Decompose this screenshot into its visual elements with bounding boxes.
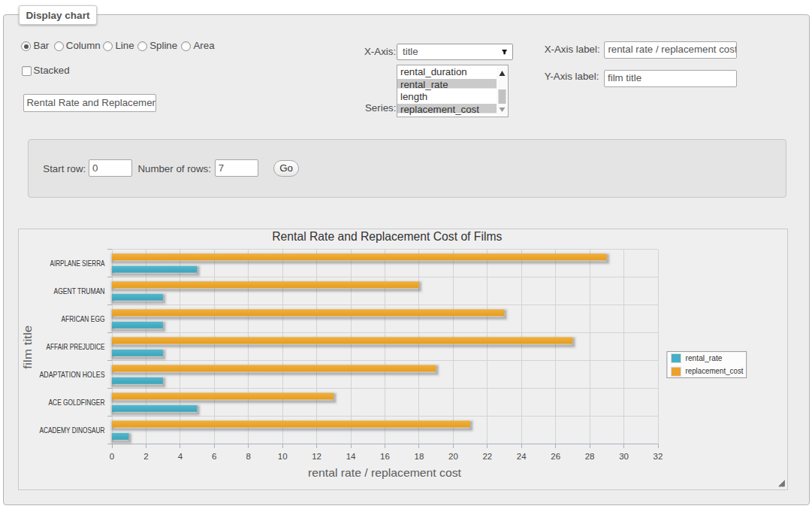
svg-text:0: 0	[110, 451, 114, 460]
svg-text:rental rate / replacement cost: rental rate / replacement cost	[308, 466, 461, 478]
svg-text:4: 4	[178, 451, 183, 460]
svg-text:10: 10	[278, 451, 288, 460]
svg-text:8: 8	[246, 451, 251, 460]
svg-text:6: 6	[212, 451, 216, 460]
svg-text:24: 24	[517, 451, 527, 460]
svg-text:replacement_cost: replacement_cost	[686, 366, 744, 375]
svg-text:32: 32	[654, 451, 663, 460]
svg-text:16: 16	[380, 451, 390, 460]
svg-text:Rental Rate and Replacement Co: Rental Rate and Replacement Cost of Film…	[272, 229, 502, 243]
svg-text:rental_rate: rental_rate	[686, 353, 723, 362]
svg-text:AFFAIR PREJUDICE: AFFAIR PREJUDICE	[47, 341, 105, 350]
svg-text:30: 30	[619, 451, 629, 460]
svg-text:22: 22	[483, 451, 493, 460]
svg-text:AGENT TRUMAN: AGENT TRUMAN	[54, 286, 105, 295]
svg-text:AIRPLANE SIERRA: AIRPLANE SIERRA	[50, 258, 105, 267]
svg-text:28: 28	[585, 451, 595, 460]
svg-text:ACE GOLDFINGER: ACE GOLDFINGER	[49, 397, 105, 406]
svg-text:2: 2	[143, 451, 148, 460]
svg-text:12: 12	[312, 451, 321, 460]
svg-text:ADAPTATION HOLES: ADAPTATION HOLES	[40, 369, 105, 378]
svg-text:18: 18	[415, 451, 424, 460]
svg-text:film title: film title	[21, 325, 34, 368]
svg-text:14: 14	[346, 451, 356, 460]
svg-text:AFRICAN EGG: AFRICAN EGG	[62, 314, 105, 323]
svg-text:20: 20	[448, 451, 458, 460]
svg-text:26: 26	[551, 451, 560, 460]
svg-text:ACADEMY DINOSAUR: ACADEMY DINOSAUR	[40, 425, 105, 434]
